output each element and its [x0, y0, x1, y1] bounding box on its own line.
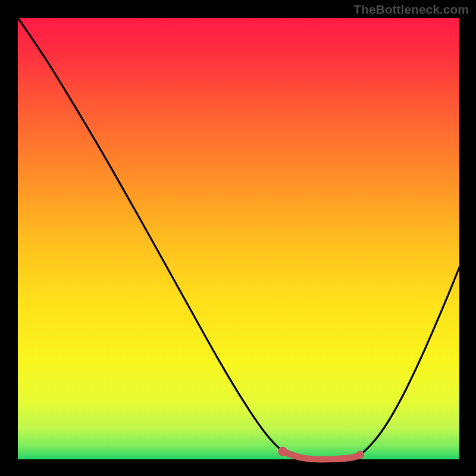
bottleneck-chart	[0, 0, 476, 476]
optimal-end-marker	[356, 451, 364, 459]
chart-container: TheBottleneck.com	[0, 0, 476, 476]
optimal-start-marker	[278, 447, 287, 456]
watermark-text: TheBottleneck.com	[353, 2, 469, 17]
